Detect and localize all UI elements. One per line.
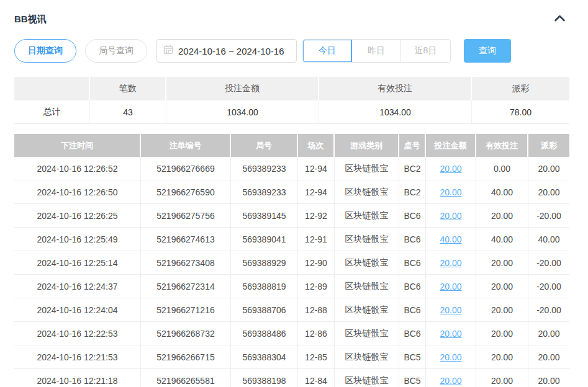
cell-game_type: 区块链骰宝 (335, 251, 399, 275)
cell-bet_amount: 20.00 (426, 180, 476, 204)
quick-range-today[interactable]: 今日 (303, 40, 352, 62)
cell-table_no: BC6 (399, 251, 426, 275)
bet-amount-link[interactable]: 20.00 (440, 211, 461, 221)
cell-table_no: BC6 (399, 322, 426, 345)
cell-valid_bet: 20.00 (476, 322, 528, 345)
collapse-button[interactable] (550, 14, 569, 24)
cell-bet_amount: 40.00 (426, 228, 476, 251)
cell-bet_time: 2024-10-16 12:25:49 (14, 228, 141, 251)
calendar-icon (163, 45, 173, 57)
cell-game_type: 区块链骰宝 (335, 322, 399, 345)
cell-table_no: BC6 (399, 204, 426, 228)
table-row: 2024-10-16 12:26:25521966275756569389145… (14, 204, 569, 228)
tab-date-query[interactable]: 日期查询 (14, 39, 76, 63)
summary-total-label: 总计 (14, 100, 90, 124)
cell-payout: -20.00 (528, 298, 569, 322)
cell-valid_bet: 20.00 (476, 369, 528, 387)
cell-bet_id: 521966268732 (141, 322, 231, 345)
bet-amount-link[interactable]: 20.00 (440, 329, 461, 339)
cell-round_id: 569388929 (231, 251, 298, 275)
cell-valid_bet: 0.00 (476, 157, 528, 180)
bet-amount-link[interactable]: 20.00 (440, 282, 461, 291)
cell-bet_time: 2024-10-16 12:26:25 (14, 204, 141, 228)
table-row: 2024-10-16 12:26:50521966276590569389233… (14, 180, 569, 204)
summary-header-count: 笔数 (90, 77, 166, 100)
bet-amount-link[interactable]: 20.00 (440, 258, 461, 268)
summary-table: 笔数 投注金额 有效投注 派彩 总计 43 1034.00 1034.00 78… (14, 77, 569, 124)
cell-session: 12-94 (298, 180, 335, 204)
table-row: 2024-10-16 12:24:04521966271216569388706… (14, 298, 569, 322)
cell-payout: 20.00 (528, 369, 569, 387)
bet-records-table: 下注时间 注单编号 局号 场次 游戏类别 桌号 投注金额 有效投注 派彩 202… (14, 134, 569, 387)
cell-game_type: 区块链骰宝 (335, 228, 399, 251)
cell-bet_amount: 20.00 (426, 204, 476, 228)
cell-bet_id: 521966275756 (141, 204, 231, 228)
cell-bet_time: 2024-10-16 12:24:04 (14, 298, 141, 322)
header-bet-amount: 投注金额 (426, 134, 476, 157)
cell-game_type: 区块链骰宝 (335, 275, 399, 298)
bet-amount-link[interactable]: 20.00 (440, 376, 461, 386)
cell-bet_time: 2024-10-16 12:21:53 (14, 345, 141, 369)
cell-payout: -20.00 (528, 204, 569, 228)
cell-game_type: 区块链骰宝 (335, 369, 399, 387)
cell-table_no: BC6 (399, 228, 426, 251)
header-bet-id: 注单编号 (141, 134, 231, 157)
cell-round_id: 569388819 (231, 275, 298, 298)
cell-table_no: BC2 (399, 157, 426, 180)
table-row: 2024-10-16 12:25:14521966273408569388929… (14, 251, 569, 275)
cell-payout: 20.00 (528, 322, 569, 345)
header-round-id: 局号 (231, 134, 298, 157)
header-payout: 派彩 (528, 134, 569, 157)
quick-range-yesterday[interactable]: 昨日 (352, 40, 401, 62)
bb-video-panel: BB视讯 日期查询 局号查询 (0, 12, 588, 387)
table-row: 2024-10-16 12:21:53521966266715569388304… (14, 345, 569, 369)
date-range-input[interactable]: 2024-10-16 ~ 2024-10-16 (156, 39, 297, 63)
cell-round_id: 569389041 (231, 228, 298, 251)
cell-round_id: 569389145 (231, 204, 298, 228)
bet-amount-link[interactable]: 20.00 (440, 164, 461, 174)
cell-payout: 20.00 (528, 345, 569, 369)
bet-amount-link[interactable]: 20.00 (440, 305, 461, 315)
cell-bet_amount: 20.00 (426, 251, 476, 275)
cell-table_no: BC5 (399, 345, 426, 369)
header-bet-time: 下注时间 (14, 134, 141, 157)
cell-bet_time: 2024-10-16 12:26:52 (14, 157, 141, 180)
cell-valid_bet: 40.00 (476, 228, 528, 251)
cell-payout: 20.00 (528, 157, 569, 180)
cell-round_id: 569389233 (231, 180, 298, 204)
cell-bet_amount: 20.00 (426, 369, 476, 387)
summary-header-valid-bet: 有效投注 (319, 77, 472, 100)
cell-round_id: 569389233 (231, 157, 298, 180)
cell-bet_id: 521966271216 (141, 298, 231, 322)
cell-round_id: 569388706 (231, 298, 298, 322)
tab-round-query[interactable]: 局号查询 (85, 39, 147, 63)
bet-amount-link[interactable]: 20.00 (440, 352, 461, 362)
cell-game_type: 区块链骰宝 (335, 298, 399, 322)
summary-total-valid-bet: 1034.00 (319, 100, 472, 124)
cell-valid_bet: 20.00 (476, 251, 528, 275)
cell-round_id: 569388198 (231, 369, 298, 387)
cell-session: 12-94 (298, 157, 335, 180)
table-row: 2024-10-16 12:22:53521966268732569388486… (14, 322, 569, 345)
cell-payout: 40.00 (528, 228, 569, 251)
bet-amount-link[interactable]: 20.00 (440, 187, 461, 197)
cell-bet_amount: 20.00 (426, 345, 476, 369)
table-row: 2024-10-16 12:26:52521966276669569389233… (14, 157, 569, 180)
cell-session: 12-88 (298, 298, 335, 322)
cell-bet_amount: 20.00 (426, 157, 476, 180)
header-game-type: 游戏类别 (335, 134, 399, 157)
bet-amount-link[interactable]: 40.00 (440, 234, 461, 244)
summary-total-row: 总计 43 1034.00 1034.00 78.00 (14, 100, 569, 124)
cell-bet_id: 521966266715 (141, 345, 231, 369)
cell-bet_amount: 20.00 (426, 322, 476, 345)
summary-header-bet-amount: 投注金额 (166, 77, 319, 100)
quick-range-last8days[interactable]: 近8日 (401, 40, 450, 62)
query-button[interactable]: 查询 (464, 39, 511, 63)
cell-game_type: 区块链骰宝 (335, 157, 399, 180)
cell-round_id: 569388304 (231, 345, 298, 369)
cell-table_no: BC2 (399, 180, 426, 204)
tab-date-query-label: 日期查询 (28, 45, 63, 56)
header-table-no: 桌号 (399, 134, 426, 157)
cell-bet_id: 521966276669 (141, 157, 231, 180)
panel-header: BB视讯 (14, 12, 569, 26)
